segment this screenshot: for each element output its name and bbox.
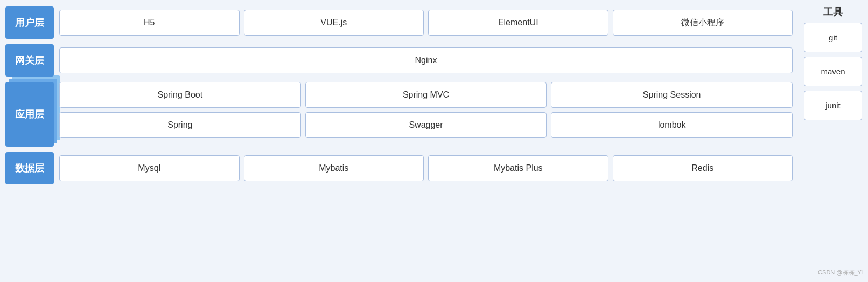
tool-git: git: [804, 23, 862, 52]
app-layer-label: 应用层: [5, 82, 54, 147]
cell-redis: Redis: [613, 155, 793, 181]
user-layer-cells: H5 VUE.js ElementUI 微信小程序: [59, 10, 793, 36]
cell-mybatis: Mybatis: [244, 155, 424, 181]
cell-swagger: Swagger: [305, 112, 547, 138]
cell-mysql: Mysql: [59, 155, 240, 181]
tool-maven: maven: [804, 57, 862, 86]
cell-lombok: lombok: [551, 112, 793, 138]
app-row-1: Spring Boot Spring MVC Spring Session: [59, 82, 793, 108]
gateway-layer-label: 网关层: [5, 44, 54, 77]
tools-panel: 工具 git maven junit CSDN @栋栋_Yi: [798, 0, 868, 282]
cell-vuejs: VUE.js: [244, 10, 424, 36]
watermark: CSDN @栋栋_Yi: [802, 265, 864, 277]
gateway-layer-row: 网关层 Nginx: [5, 44, 793, 77]
app-layer-row: 应用层 Spring Boot Spring MVC Spring Sessio…: [5, 82, 793, 147]
main-area: 用户层 H5 VUE.js ElementUI 微信小程序 网关层 Nginx …: [0, 0, 798, 282]
app-row-2: Spring Swagger lombok: [59, 112, 793, 138]
tool-junit: junit: [804, 91, 862, 120]
app-layer-text: 应用层: [15, 108, 44, 121]
cell-wechat: 微信小程序: [613, 10, 793, 36]
cell-spring-boot: Spring Boot: [59, 82, 301, 108]
user-layer-row: 用户层 H5 VUE.js ElementUI 微信小程序: [5, 6, 793, 39]
data-layer-row: 数据层 Mysql Mybatis Mybatis Plus Redis: [5, 152, 793, 184]
cell-h5: H5: [59, 10, 240, 36]
user-layer-text: 用户层: [15, 16, 44, 29]
cell-elementui: ElementUI: [428, 10, 608, 36]
cell-spring-mvc: Spring MVC: [305, 82, 547, 108]
cell-spring-session: Spring Session: [551, 82, 793, 108]
gateway-layer-text: 网关层: [15, 54, 44, 67]
cell-spring: Spring: [59, 112, 301, 138]
tools-title: 工具: [823, 5, 843, 18]
cell-nginx: Nginx: [59, 47, 793, 73]
cell-mybatis-plus: Mybatis Plus: [428, 155, 608, 181]
gateway-layer-cells: Nginx: [59, 47, 793, 73]
data-layer-cells: Mysql Mybatis Mybatis Plus Redis: [59, 155, 793, 181]
data-layer-label: 数据层: [5, 152, 54, 184]
user-layer-label: 用户层: [5, 6, 54, 39]
app-layer-content: Spring Boot Spring MVC Spring Session Sp…: [59, 82, 793, 147]
data-layer-text: 数据层: [15, 162, 44, 175]
